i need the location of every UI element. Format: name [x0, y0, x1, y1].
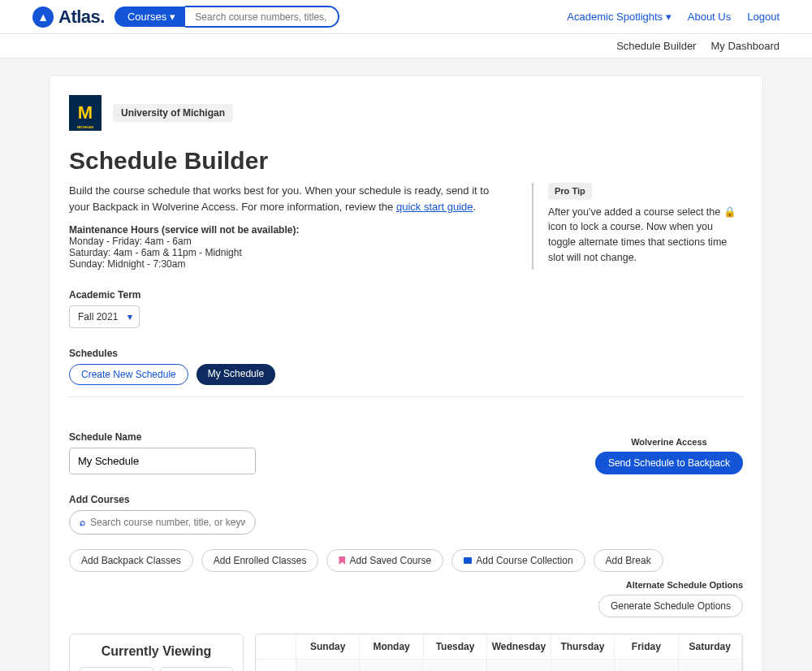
col-wednesday: MATH115 - LEC (001) ECON101 - LEC (100): [487, 660, 551, 671]
bookmark-icon: [339, 556, 345, 565]
add-saved-course-button[interactable]: Add Saved Course: [326, 549, 443, 572]
academic-spotlights-link[interactable]: Academic Spotlights ▾: [567, 11, 671, 23]
courses-dropdown[interactable]: Courses ▾: [114, 6, 185, 27]
col-monday: MATH115 - LEC (001) ECON101 - LEC (100) …: [360, 660, 423, 671]
credits-count: 15 credits: [160, 667, 234, 671]
sidebar-title: Currently Viewing: [80, 644, 233, 659]
col-thursday: ECON101 - DIS (101) SPANISH101 - REC (03…: [551, 660, 615, 671]
main-content: MMICHIGAN University of Michigan Schedul…: [49, 75, 763, 671]
col-saturday: [679, 660, 742, 671]
academic-term-select[interactable]: Fall 2021: [69, 305, 140, 328]
add-courses-label: Add Courses: [69, 494, 743, 505]
search-icon: ⌕: [80, 517, 85, 528]
courses-count: 4 courses: [80, 667, 153, 671]
schedule-calendar: Sunday Monday Tuesday Wednesday Thursday…: [255, 634, 743, 671]
day-saturday: Saturday: [679, 634, 742, 660]
folder-icon: [464, 557, 472, 564]
currently-viewing-sidebar: Currently Viewing 4 courses 15 credits 🔒…: [69, 634, 244, 671]
schedule-builder-nav[interactable]: Schedule Builder: [616, 40, 696, 52]
calendar-header: Sunday Monday Tuesday Wednesday Thursday…: [256, 634, 742, 660]
schedule-name-label: Schedule Name: [69, 431, 256, 443]
topbar: ▲ Atlas. Courses ▾ Academic Spotlights ▾…: [0, 0, 812, 34]
subnav: Schedule Builder My Dashboard: [0, 34, 812, 58]
day-friday: Friday: [615, 634, 678, 660]
wolverine-access-label: Wolverine Access: [595, 437, 743, 447]
day-monday: Monday: [360, 634, 423, 660]
generate-schedule-button[interactable]: Generate Schedule Options: [598, 595, 743, 617]
col-friday: MATH115 - LEC (001) SPANISH101 - REC (03…: [615, 660, 678, 671]
alt-options-label: Alternate Schedule Options: [598, 580, 743, 590]
add-course-collection-button[interactable]: Add Course Collection: [451, 549, 585, 572]
day-tuesday: Tuesday: [424, 634, 487, 660]
about-us-link[interactable]: About Us: [688, 11, 731, 23]
course-search-wrapper[interactable]: ⌕: [69, 510, 256, 535]
logo[interactable]: ▲ Atlas.: [32, 6, 105, 28]
my-dashboard-nav[interactable]: My Dashboard: [710, 40, 780, 52]
university-name: University of Michigan: [113, 104, 233, 122]
pro-tip-box: Pro Tip After you've added a course sele…: [532, 183, 743, 270]
col-sunday: [296, 660, 360, 671]
search-bar: Courses ▾: [114, 6, 339, 28]
quick-start-guide-link[interactable]: quick start guide: [396, 201, 473, 213]
day-thursday: Thursday: [551, 634, 615, 660]
add-backpack-button[interactable]: Add Backpack Classes: [69, 549, 193, 572]
page-title: Schedule Builder: [69, 147, 743, 175]
create-new-schedule-button[interactable]: Create New Schedule: [69, 364, 188, 385]
send-schedule-button[interactable]: Send Schedule to Backpack: [595, 452, 743, 474]
course-search-input[interactable]: [90, 517, 245, 528]
col-tuesday: SPANISH101 - REC (031) HISTART201 - LEC …: [424, 660, 487, 671]
top-nav-links: Academic Spotlights ▾ About Us Logout: [567, 11, 780, 23]
global-search-input[interactable]: [185, 6, 339, 28]
schedule-name-input[interactable]: [69, 448, 256, 474]
term-label: Academic Term: [69, 289, 743, 301]
description-block: Build the course schedule that works bes…: [69, 183, 508, 270]
day-sunday: Sunday: [296, 634, 360, 660]
university-badge-icon: MMICHIGAN: [69, 95, 102, 131]
day-wednesday: Wednesday: [487, 634, 551, 660]
logout-link[interactable]: Logout: [747, 11, 780, 23]
schedules-label: Schedules: [69, 348, 743, 359]
my-schedule-tab[interactable]: My Schedule: [197, 364, 275, 385]
logo-mark-icon: ▲: [32, 6, 54, 28]
chevron-down-icon: ▾: [170, 11, 175, 23]
add-break-button[interactable]: Add Break: [594, 549, 663, 572]
add-enrolled-button[interactable]: Add Enrolled Classes: [201, 549, 319, 572]
brand-text: Atlas.: [58, 6, 105, 28]
